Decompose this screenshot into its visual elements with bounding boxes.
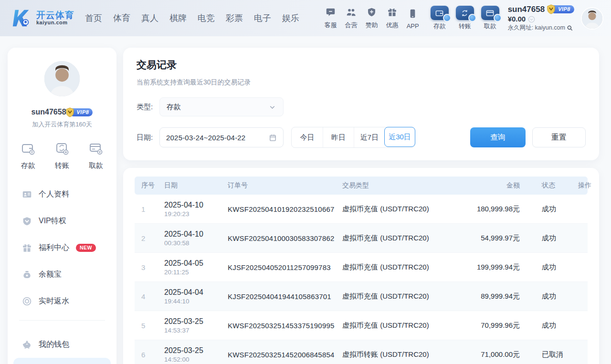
nav-item-slots[interactable]: 电子 (254, 12, 271, 24)
avatar-photo (44, 61, 80, 96)
date-range-option[interactable]: 昨日 (323, 127, 354, 147)
piggy-icon (22, 340, 32, 350)
utility-item-sponsor[interactable]: 赞助 (366, 7, 378, 30)
wallet-outline-icon (21, 141, 35, 157)
row-order-no: KJSF202504041944105863701 (224, 282, 338, 311)
kaiyun-k-icon (11, 7, 32, 29)
quick-action-withdraw[interactable]: 取款 (89, 141, 103, 170)
vip-badge: VIP8 (69, 108, 93, 116)
row-order-no: KWSF202503251452006845854 (224, 340, 338, 364)
table-row: 5 2025-03-25 14:53:37 KWSF20250325145337… (135, 311, 588, 340)
nav-item-esports[interactable]: 电竞 (198, 12, 215, 24)
row-date: 2025-04-04 (164, 288, 220, 297)
column-header: 交易类型 (338, 177, 459, 195)
nav-item-home[interactable]: 首页 (85, 12, 102, 24)
vip-icon (22, 216, 32, 226)
type-select[interactable]: 存款 (159, 97, 284, 116)
sidebar-item-vip-privileges[interactable]: VIP特权 (13, 208, 111, 234)
username: sun47658 (508, 4, 545, 14)
column-header: 金额 (459, 177, 530, 195)
brand-logo[interactable]: 开云体育 kaiyun.com (11, 7, 74, 29)
utility-item-app[interactable]: APP (407, 9, 419, 30)
balance: ¥0.00 (508, 15, 526, 24)
nav-item-lottery[interactable]: 彩票 (226, 12, 243, 24)
user-avatar[interactable] (581, 7, 603, 30)
row-index: 3 (135, 253, 160, 282)
row-index: 2 (135, 224, 160, 253)
new-badge: NEW (76, 244, 96, 252)
sidebar-item-yuebao[interactable]: 余额宝 (13, 261, 111, 288)
sidebar-item-transaction-records[interactable]: 交易记录 (13, 358, 111, 364)
sidebar-item-label: 我的钱包 (39, 340, 69, 350)
wallet-action-transfer[interactable]: 转账 (456, 6, 474, 31)
column-header: 状态 (530, 177, 574, 195)
chat-icon (326, 7, 336, 19)
wallet-action-withdraw[interactable]: 取款 (481, 6, 499, 31)
row-index: 4 (135, 282, 160, 311)
idcard-icon (22, 189, 32, 199)
brand-domain: kaiyun.com (36, 20, 74, 26)
column-header: 订单号 (224, 177, 338, 195)
sidebar-item-my-wallet[interactable]: 我的钱包 (13, 331, 111, 358)
main-nav: 首页体育真人棋牌电竞彩票电子娱乐 (85, 12, 299, 24)
profile-avatar[interactable] (43, 60, 81, 97)
filter-panel: 交易记录 当前系统支持查询最近30日的交易记录 类型: 存款 日期: 2025-… (123, 48, 599, 160)
sidebar-item-welfare-center[interactable]: 福利中心 NEW (13, 234, 111, 261)
wallet-actions: 存款 转账 取款 (431, 6, 499, 31)
row-transaction-type: 虚拟币充值 (USDT/TRC20) (338, 253, 459, 282)
wallet-action-deposit[interactable]: 存款 (431, 6, 449, 31)
row-transaction-type: 虚拟币充值 (USDT/TRC20) (338, 311, 459, 340)
column-header: 操作 (574, 177, 588, 195)
user-info: sun47658 VIP8 ¥0.00 永久网址: kaiyun.com (508, 4, 574, 32)
date-range-option[interactable]: 今日 (292, 127, 323, 147)
row-time: 00:30:58 (164, 239, 220, 247)
sidebar-item-realtime-rebate[interactable]: 实时返水 (13, 288, 111, 314)
nav-item-sports[interactable]: 体育 (113, 12, 130, 24)
utility-item-partners[interactable]: 合营 (345, 7, 358, 30)
sidebar-username: sun47658 (32, 108, 66, 116)
quick-action-deposit[interactable]: 存款 (21, 141, 35, 170)
phone-icon (408, 9, 418, 21)
row-amount: 180,999.98元 (459, 195, 530, 224)
nav-item-live[interactable]: 真人 (141, 12, 158, 24)
main-content: 交易记录 当前系统支持查询最近30日的交易记录 类型: 存款 日期: 2025-… (123, 48, 599, 364)
date-range-option[interactable]: 近30日 (384, 127, 415, 147)
row-index: 1 (135, 195, 160, 224)
row-status: 成功 (530, 224, 574, 253)
partners-icon (346, 7, 356, 19)
utility-item-customer-service[interactable]: 客服 (325, 7, 337, 30)
vip-shield-icon (547, 4, 556, 14)
transfer-outline-icon (55, 141, 69, 157)
row-order-no: KWSF202504101920232510667 (224, 195, 338, 224)
row-transaction-type: 虚拟币充值 (USDT/TRC20) (338, 195, 459, 224)
yuebao-icon (22, 270, 32, 280)
sidebar-item-profile[interactable]: 个人资料 (13, 181, 111, 208)
balance-expand-icon[interactable] (528, 16, 535, 23)
nav-item-chess[interactable]: 棋牌 (169, 12, 187, 24)
sidebar-item-label: 个人资料 (39, 189, 69, 199)
query-button[interactable]: 查询 (470, 127, 526, 147)
chevron-down-icon (268, 103, 276, 111)
quick-action-transfer[interactable]: 转账 (55, 141, 69, 170)
divider (19, 320, 105, 321)
date-range-input[interactable]: 2025-03-24~2025-04-22 (159, 127, 284, 147)
utility-item-promo[interactable]: 优惠 (386, 7, 399, 30)
row-action (574, 282, 588, 311)
row-order-no: KJSF202504052011257099783 (224, 253, 338, 282)
gift-icon (387, 7, 397, 19)
row-action (574, 195, 588, 224)
date-label: 日期: (137, 133, 159, 142)
deposit-tile-icon (431, 6, 449, 20)
table-row: 1 2025-04-10 19:20:23 KWSF20250410192023… (135, 195, 588, 224)
type-select-value: 存款 (167, 103, 181, 112)
nav-item-entertainment[interactable]: 娱乐 (282, 12, 299, 24)
vip-level: VIP8 (77, 109, 89, 115)
sidebar-item-label: 余额宝 (39, 270, 62, 280)
sidebar-item-label: VIP特权 (39, 216, 66, 226)
search-icon[interactable] (567, 25, 573, 31)
row-status: 成功 (530, 311, 574, 340)
date-range-option[interactable]: 近7日 (354, 127, 385, 147)
records-table-panel: 序号日期订单号交易类型金额状态操作 1 2025-04-10 19:20:23 … (123, 168, 599, 364)
reset-button[interactable]: 重置 (532, 127, 586, 147)
membership-days: 加入开云体育第160天 (8, 120, 116, 129)
